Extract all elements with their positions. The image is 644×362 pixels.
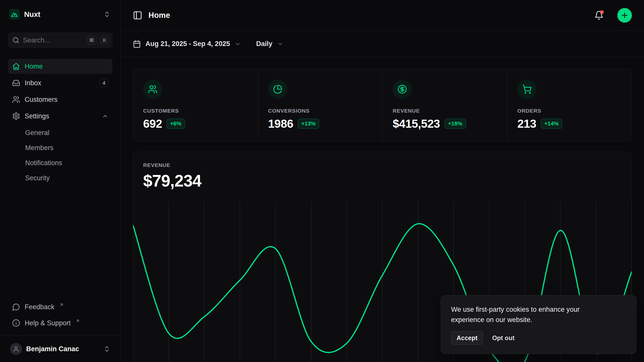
brand-name: Nuxt xyxy=(24,10,99,19)
sidebar-nav: Home Inbox 4 Customers Settings xyxy=(8,59,112,186)
external-link-icon xyxy=(59,305,64,309)
cart-icon xyxy=(517,80,537,99)
sidebar-item-label: Customers xyxy=(25,96,108,104)
notification-dot xyxy=(600,10,604,14)
sidebar-item-label: Members xyxy=(25,144,108,152)
chevrons-up-down-icon xyxy=(103,345,110,352)
sidebar-item-label: Settings xyxy=(25,112,97,120)
kbd-k: K xyxy=(100,36,109,45)
stat-label: CONVERSIONS xyxy=(268,108,373,114)
sidebar-footer: Feedback Help & Support xyxy=(8,300,112,336)
calendar-icon xyxy=(133,40,141,48)
feedback-link[interactable]: Feedback xyxy=(8,300,112,314)
user-menu[interactable]: Benjamin Canac xyxy=(8,341,112,356)
chevron-down-icon xyxy=(277,41,284,47)
chevron-down-icon xyxy=(234,41,241,47)
plus-icon xyxy=(621,11,629,19)
stat-label: ORDERS xyxy=(517,108,622,114)
sidebar-item-settings[interactable]: Settings xyxy=(8,109,112,124)
cookie-message: We use first-party cookies to enhance yo… xyxy=(451,304,607,325)
stat-value: 1986 xyxy=(268,117,293,130)
gear-icon xyxy=(12,112,20,120)
stat-card-customers[interactable]: CUSTOMERS 692 +6% xyxy=(133,69,258,141)
sidebar-item-customers[interactable]: Customers xyxy=(8,92,112,107)
sidebar-item-label: General xyxy=(25,129,108,137)
add-button[interactable] xyxy=(617,8,632,23)
sidebar-item-home[interactable]: Home xyxy=(8,59,112,74)
stat-value: $415,523 xyxy=(393,117,440,130)
feedback-label: Feedback xyxy=(25,303,55,311)
message-bubble-icon xyxy=(12,303,20,311)
nuxt-logo-icon xyxy=(9,9,20,20)
sidebar-item-label: Inbox xyxy=(25,79,95,87)
sidebar-item-inbox[interactable]: Inbox 4 xyxy=(8,75,112,90)
opt-out-button[interactable]: Opt out xyxy=(492,334,514,342)
stat-delta-badge: +14% xyxy=(541,119,562,129)
inbox-icon xyxy=(12,79,20,87)
date-range-label: Aug 21, 2025 - Sep 4, 2025 xyxy=(145,40,230,48)
avatar xyxy=(10,343,22,355)
stat-card-orders[interactable]: ORDERS 213 +14% xyxy=(507,69,632,141)
info-circle-icon xyxy=(12,319,20,327)
stat-delta-badge: +6% xyxy=(167,119,185,129)
sidebar-item-label: Notifications xyxy=(25,159,108,167)
help-support-link[interactable]: Help & Support xyxy=(8,316,112,330)
search-box[interactable]: ⌘ K xyxy=(8,33,112,48)
users-icon xyxy=(143,80,162,99)
settings-submenu: General Members Notifications Security xyxy=(8,125,112,186)
page-header: Home xyxy=(121,0,644,31)
dollar-circle-icon xyxy=(393,80,412,99)
home-icon xyxy=(12,62,20,70)
external-link-icon xyxy=(75,321,80,326)
cookie-banner: We use first-party cookies to enhance yo… xyxy=(441,295,636,354)
stat-delta-badge: +18% xyxy=(445,119,466,129)
kbd-cmd: ⌘ xyxy=(87,36,97,45)
help-support-label: Help & Support xyxy=(25,319,71,327)
period-select[interactable]: Daily xyxy=(256,40,284,48)
sidebar: Nuxt ⌘ K Home Inb xyxy=(0,0,121,362)
sidebar-toggle-button[interactable] xyxy=(133,11,142,20)
stat-delta-badge: +13% xyxy=(298,119,319,129)
sidebar-item-members[interactable]: Members xyxy=(8,140,112,155)
sidebar-item-notifications[interactable]: Notifications xyxy=(8,155,112,170)
accept-button[interactable]: Accept xyxy=(451,331,483,345)
sidebar-item-general[interactable]: General xyxy=(8,125,112,140)
stat-value: 213 xyxy=(517,117,536,130)
period-label: Daily xyxy=(256,40,272,48)
users-icon xyxy=(12,96,20,104)
stat-label: REVENUE xyxy=(393,108,497,114)
stat-card-conversions[interactable]: CONVERSIONS 1986 +13% xyxy=(258,69,383,141)
sidebar-item-label: Home xyxy=(25,63,108,70)
panel-left-icon xyxy=(133,11,142,20)
chevron-up-icon xyxy=(102,113,108,119)
sidebar-item-security[interactable]: Security xyxy=(8,170,112,186)
revenue-panel-value: $79,234 xyxy=(143,171,622,190)
notifications-button[interactable] xyxy=(594,11,604,20)
search-input[interactable] xyxy=(23,36,83,44)
chevrons-up-down-icon xyxy=(103,11,110,18)
revenue-panel-label: REVENUE xyxy=(143,162,622,168)
filter-bar: Aug 21, 2025 - Sep 4, 2025 Daily xyxy=(121,31,644,57)
user-section: Benjamin Canac xyxy=(0,336,120,362)
pie-chart-icon xyxy=(268,80,287,99)
search-icon xyxy=(12,37,19,44)
date-range-picker[interactable]: Aug 21, 2025 - Sep 4, 2025 xyxy=(133,40,241,48)
stat-value: 692 xyxy=(143,117,162,130)
page-title: Home xyxy=(148,11,588,20)
stat-label: CUSTOMERS xyxy=(143,108,248,114)
team-switcher[interactable]: Nuxt xyxy=(8,7,112,22)
inbox-count-badge: 4 xyxy=(99,79,108,87)
user-name: Benjamin Canac xyxy=(26,345,99,353)
stat-card-revenue[interactable]: REVENUE $415,523 +18% xyxy=(382,69,507,141)
stats-row: CUSTOMERS 692 +6% CONVERSIONS 1986 +13% xyxy=(133,69,632,141)
sidebar-item-label: Security xyxy=(25,174,108,182)
